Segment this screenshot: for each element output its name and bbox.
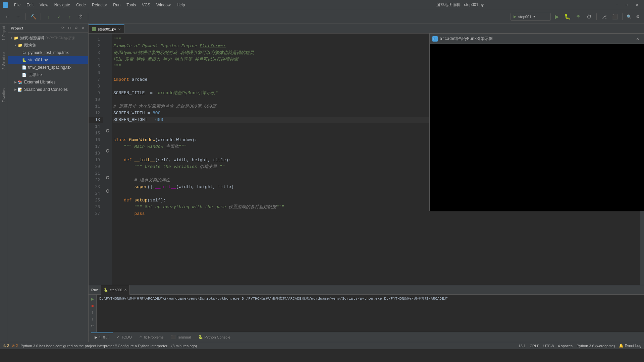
menu-help[interactable]: Help xyxy=(174,1,188,9)
menu-edit[interactable]: Edit xyxy=(24,1,36,9)
run-coverage-btn[interactable]: ☂ xyxy=(574,12,583,21)
run-button[interactable]: ▶ xyxy=(552,12,561,21)
menu-refactor[interactable]: Refactor xyxy=(89,1,110,9)
menu-tools[interactable]: Tools xyxy=(124,1,139,9)
toolbar-commit-btn[interactable]: ✓ xyxy=(54,12,64,21)
bottom-tab-problems[interactable]: ⚠ 6: Problems xyxy=(136,333,167,342)
gutter-3 xyxy=(105,47,112,54)
tree-blocks-arrow: ▾ xyxy=(13,43,17,47)
bottom-tab-terminal[interactable]: ⬛ Terminal xyxy=(168,333,195,342)
project-close-icon[interactable]: ✕ xyxy=(80,25,86,31)
run-stop-btn[interactable]: ■ xyxy=(90,303,96,309)
run-restart-btn[interactable]: ▶ xyxy=(90,296,96,302)
profile-btn[interactable]: ⏱ xyxy=(584,12,594,21)
toolbar-separator-1 xyxy=(25,13,26,20)
bottom-tab-todo[interactable]: ✓ TODO xyxy=(113,333,135,342)
run-tab-step001[interactable]: 🐍 step001 ✕ xyxy=(101,285,130,295)
tree-folder-blocks[interactable]: ▾ 📁 图块集 xyxy=(8,42,88,49)
gutter-25 xyxy=(105,194,112,201)
game-window[interactable]: P arcade结合PyMunk引擎示例 ✕ xyxy=(429,34,644,211)
toolbar-back-btn[interactable]: ← xyxy=(3,12,12,21)
run-scroll-up-btn[interactable]: ↑ xyxy=(90,309,96,315)
minimize-button[interactable]: ─ xyxy=(612,2,621,8)
tree-file-tsx2[interactable]: 📄 世界.tsx xyxy=(8,71,88,78)
menu-view[interactable]: View xyxy=(37,1,51,9)
maximize-button[interactable]: □ xyxy=(623,2,631,8)
tree-tmx-arrow xyxy=(17,51,21,55)
status-indent[interactable]: 4 spaces xyxy=(558,344,573,348)
toolbar-git-update-btn[interactable]: ↓ xyxy=(44,12,53,21)
search-btn[interactable]: 🔍 xyxy=(625,13,633,20)
menu-run[interactable]: Run xyxy=(110,1,123,9)
status-line-separator[interactable]: CRLF xyxy=(530,344,539,348)
menu-window[interactable]: Window xyxy=(154,1,173,9)
status-notification[interactable]: Python 3.6 has been configured as the pr… xyxy=(20,344,197,348)
menu-navigate[interactable]: Navigate xyxy=(52,1,73,9)
run-output: D:\PYTHON编程\课件素材\ARCADE游戏\wordgame\venv\… xyxy=(97,295,644,332)
project-settings-icon[interactable]: ⚙ xyxy=(73,25,79,31)
toolbar-history-btn[interactable]: ⏱ xyxy=(76,12,85,21)
tree-root[interactable]: ▾ 📁 游戏地图编辑 D:\PYTHON编程\课 xyxy=(8,34,88,42)
tree-blocks-folder-icon: 📁 xyxy=(17,43,23,48)
run-tab-label: 4: Run xyxy=(99,336,109,340)
close-button[interactable]: ✕ xyxy=(633,2,641,8)
status-event-log[interactable]: 🔔 Event Log xyxy=(619,344,641,348)
project-panel-header: Project ⟳ ⊟ ⚙ ✕ xyxy=(8,23,88,33)
run-panel: Run: 🐍 step001 ✕ ▶ ■ ↑ ↓ ↩ D:\PYTHON编程\课… xyxy=(89,285,644,332)
tree-file-tsx1[interactable]: 📄 tmw_desert_spacing.tsx xyxy=(8,64,88,71)
run-config-dropdown[interactable]: ▶ step001 ▾ xyxy=(511,13,551,21)
status-warnings[interactable]: ⚠ 2 xyxy=(3,344,9,348)
run-scroll-down-btn[interactable]: ↓ xyxy=(90,316,96,322)
menu-file[interactable]: File xyxy=(11,1,23,9)
gutter-10 xyxy=(105,94,112,101)
line-num-13: 13 xyxy=(89,117,103,123)
run-tab-close[interactable]: ✕ xyxy=(124,288,127,292)
tree-scratches[interactable]: ▶ 📝 Scratches and Consoles xyxy=(8,86,88,93)
project-panel: Project ⟳ ⊟ ⚙ ✕ ▾ 📁 游戏地图编辑 D:\PYTHON编程\课… xyxy=(8,23,89,342)
bottom-tab-run[interactable]: ▶ 4: Run xyxy=(91,333,113,342)
line-num-11: 11 xyxy=(89,103,103,110)
menu-code[interactable]: Code xyxy=(73,1,89,9)
debug-button[interactable]: 🐛 xyxy=(563,12,572,21)
gutter-19 xyxy=(105,154,112,161)
tree-external-libraries[interactable]: ▶ 📚 External Libraries xyxy=(8,78,88,86)
project-sync-icon[interactable]: ⟳ xyxy=(60,25,65,31)
app-icon xyxy=(3,2,8,8)
favorites-tab[interactable]: Favorites xyxy=(1,86,7,105)
gutter-26 xyxy=(105,201,112,208)
bottom-tab-python-console[interactable]: 🐍 Python Console xyxy=(195,333,234,342)
method-marker-22 xyxy=(106,176,109,179)
tree-file-tmx[interactable]: 🗂 pymunk_test_map.tmx xyxy=(8,49,88,56)
tab-close-button[interactable]: ✕ xyxy=(118,27,121,31)
menu-vcs[interactable]: VCS xyxy=(139,1,153,9)
status-errors[interactable]: ⊘ 2 xyxy=(12,344,18,348)
toolbar-push-btn[interactable]: ↑ xyxy=(65,12,74,21)
toolbar-forward-btn[interactable]: → xyxy=(13,12,23,21)
editor-tab-step001[interactable]: step001.py ✕ xyxy=(89,24,124,33)
settings-gear-btn[interactable]: ⚙ xyxy=(634,13,641,20)
status-encoding[interactable]: UTF-8 xyxy=(543,344,554,348)
tree-scratches-icon: 📝 xyxy=(17,87,23,92)
status-position[interactable]: 13:1 xyxy=(519,344,526,348)
gutter-21 xyxy=(105,168,112,174)
line-num-25: 25 xyxy=(89,197,103,204)
code-editor[interactable]: 1 2 3 4 5 6 7 8 9 10 11 12 13 14 15 16 1… xyxy=(89,34,644,285)
terminal-btn[interactable]: ⬛ xyxy=(610,12,620,21)
status-python-version[interactable]: Python 3.6 (wordgame) xyxy=(577,344,615,348)
tree-file-step001[interactable]: 🐍 step001.py xyxy=(8,56,88,64)
game-close-button[interactable]: ✕ xyxy=(634,36,641,42)
gutter-13 xyxy=(105,114,112,121)
tree-tmx-icon: 🗂 xyxy=(21,50,27,55)
gutter-1 xyxy=(105,34,112,40)
project-collapse-icon[interactable]: ⊟ xyxy=(67,25,72,31)
title-bar: File Edit View Navigate Code Refactor Ru… xyxy=(0,0,644,10)
game-title-icon: P xyxy=(432,36,438,42)
run-wrap-btn[interactable]: ↩ xyxy=(90,323,96,329)
gutter-7 xyxy=(105,74,112,80)
structure-tab[interactable]: 2: Structure xyxy=(1,50,7,72)
run-side-controls: ▶ ■ ↑ ↓ ↩ xyxy=(89,295,97,332)
project-tab[interactable]: 1: Project xyxy=(1,23,7,43)
toolbar-build-btn[interactable]: 🔨 xyxy=(29,12,38,21)
game-title-bar: P arcade结合PyMunk引擎示例 ✕ xyxy=(430,34,644,44)
vcs-btn[interactable]: ⎇ xyxy=(599,12,609,21)
